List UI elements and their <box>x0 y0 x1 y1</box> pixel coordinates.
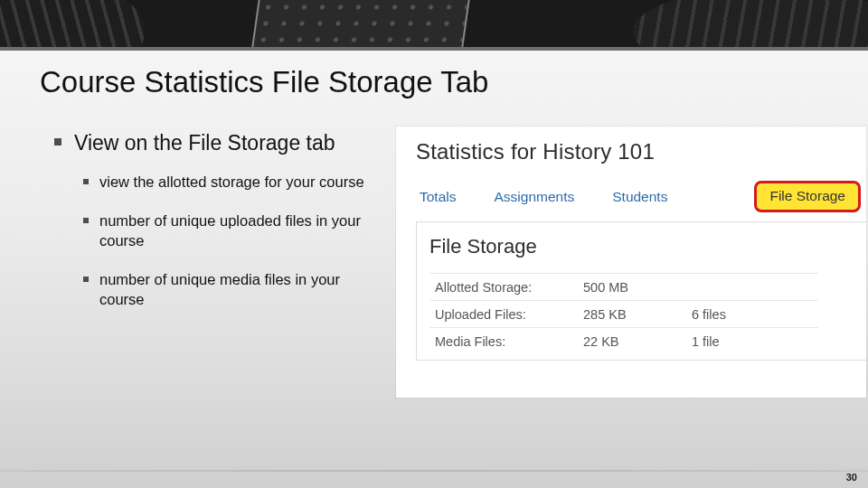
row-value: 500 MB <box>583 280 692 295</box>
bullet-icon <box>83 179 89 184</box>
list-item: number of unique media files in your cou… <box>83 270 389 309</box>
row-label: Allotted Storage: <box>429 280 583 295</box>
table-row: Media Files: 22 KB 1 file <box>429 327 818 354</box>
page-number: 30 <box>846 472 857 483</box>
tab-bar: Totals Assignments Students File Storage <box>416 181 859 212</box>
sub-bullet-text: number of unique media files in your cou… <box>99 270 389 309</box>
bullet-icon <box>83 277 89 282</box>
bullet-icon <box>83 218 89 223</box>
table-row: Uploaded Files: 285 KB 6 files <box>429 300 818 327</box>
slide-title: Course Statistics File Storage Tab <box>40 65 488 99</box>
main-bullet-row: View on the File Storage tab <box>54 130 389 156</box>
panel-heading: File Storage <box>429 235 866 258</box>
bullet-content: View on the File Storage tab view the al… <box>54 130 389 329</box>
slide: Course Statistics File Storage Tab View … <box>0 0 868 488</box>
storage-table: Allotted Storage: 500 MB Uploaded Files:… <box>429 273 818 354</box>
sub-bullet-list: view the allotted storage for your cours… <box>83 173 389 309</box>
embedded-screenshot: Statistics for History 101 Totals Assign… <box>396 127 866 398</box>
bullet-icon <box>54 138 61 145</box>
row-label: Uploaded Files: <box>429 307 583 322</box>
row-extra: 1 file <box>692 334 818 349</box>
row-value: 285 KB <box>583 307 692 322</box>
sub-bullet-text: number of unique uploaded files in your … <box>99 211 389 250</box>
main-bullet-text: View on the File Storage tab <box>74 130 335 156</box>
stats-heading: Statistics for History 101 <box>416 139 859 164</box>
tab-assignments[interactable]: Assignments <box>495 189 575 205</box>
tab-totals[interactable]: Totals <box>420 189 457 205</box>
row-extra: 6 files <box>692 307 818 322</box>
table-row: Allotted Storage: 500 MB <box>429 273 818 300</box>
tab-file-storage[interactable]: File Storage <box>754 181 861 212</box>
sub-bullet-text: view the allotted storage for your cours… <box>99 173 364 192</box>
list-item: view the allotted storage for your cours… <box>83 173 389 192</box>
header-banner <box>0 0 868 51</box>
footer-divider <box>0 470 868 472</box>
file-storage-panel: File Storage Allotted Storage: 500 MB Up… <box>416 221 866 361</box>
list-item: number of unique uploaded files in your … <box>83 211 389 250</box>
decorative-tire-left <box>0 0 145 51</box>
row-label: Media Files: <box>429 334 583 349</box>
row-value: 22 KB <box>583 334 692 349</box>
tab-students[interactable]: Students <box>612 189 667 205</box>
